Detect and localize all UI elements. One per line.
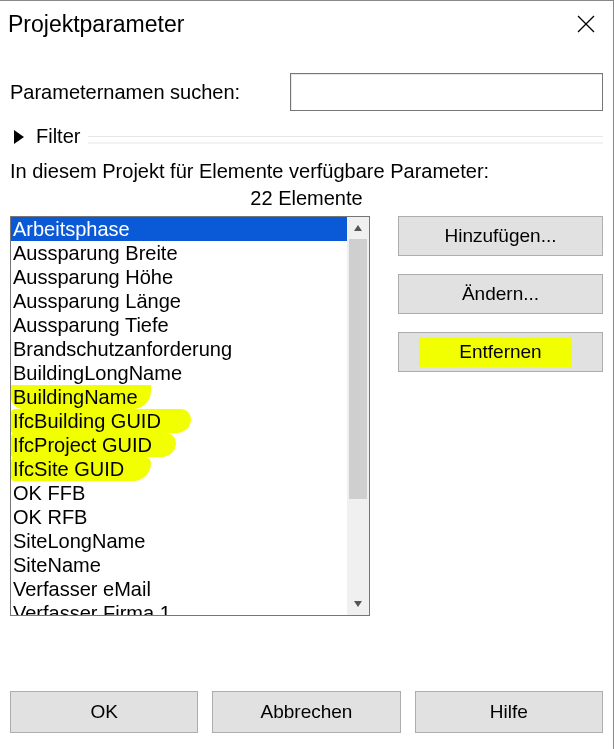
disclosure-triangle-icon xyxy=(14,130,24,144)
list-item[interactable]: OK FFB xyxy=(11,481,347,505)
close-button[interactable] xyxy=(571,9,601,39)
edit-button[interactable]: Ändern... xyxy=(398,274,603,314)
edit-button-label: Ändern... xyxy=(462,283,539,304)
list-item[interactable]: IfcProject GUID xyxy=(11,433,347,457)
remove-button[interactable]: Entfernen xyxy=(398,332,603,372)
ok-button-label: OK xyxy=(90,701,117,722)
list-item-label: BuildingLongName xyxy=(13,362,182,384)
close-icon xyxy=(577,15,595,33)
remove-button-label: Entfernen xyxy=(459,341,541,362)
list-item-label: IfcProject GUID xyxy=(13,434,152,456)
list-item[interactable]: Aussparung Tiefe xyxy=(11,313,347,337)
scroll-down-button[interactable] xyxy=(347,593,369,615)
list-item-label: Arbeitsphase xyxy=(13,218,130,240)
cancel-button-label: Abbrechen xyxy=(261,701,353,722)
svg-marker-3 xyxy=(354,601,362,607)
list-item-label: Brandschutzanforderung xyxy=(13,338,232,360)
help-button-label: Hilfe xyxy=(490,701,528,722)
list-item-label: Aussparung Tiefe xyxy=(13,314,169,336)
scroll-up-button[interactable] xyxy=(347,217,369,239)
parameter-listbox[interactable]: ArbeitsphaseAussparung BreiteAussparung … xyxy=(10,216,370,616)
available-parameters-label: In diesem Projekt für Elemente verfügbar… xyxy=(10,160,603,183)
ok-button[interactable]: OK xyxy=(10,691,198,733)
cancel-button[interactable]: Abbrechen xyxy=(212,691,400,733)
list-item-label: SiteLongName xyxy=(13,530,145,552)
help-button[interactable]: Hilfe xyxy=(415,691,603,733)
list-item-label: OK FFB xyxy=(13,482,85,504)
list-item-label: IfcBuilding GUID xyxy=(13,410,161,432)
list-item-label: Verfasser Firma 1 xyxy=(13,602,171,615)
scrollbar-thumb[interactable] xyxy=(349,239,367,499)
filter-section[interactable]: Filter xyxy=(14,125,603,148)
scrollbar[interactable] xyxy=(347,217,369,615)
list-item-label: Verfasser eMail xyxy=(13,578,151,600)
element-count-label: 22 Elemente xyxy=(10,187,603,210)
add-button-label: Hinzufügen... xyxy=(445,225,557,246)
list-item-label: SiteName xyxy=(13,554,101,576)
list-item-label: IfcSite GUID xyxy=(13,458,124,480)
list-item-label: OK RFB xyxy=(13,506,87,528)
scrollbar-track[interactable] xyxy=(347,239,369,593)
list-item[interactable]: Brandschutzanforderung xyxy=(11,337,347,361)
list-item[interactable]: Verfasser Firma 1 xyxy=(11,601,347,615)
list-item-label: Aussparung Länge xyxy=(13,290,181,312)
list-item[interactable]: SiteName xyxy=(11,553,347,577)
list-item[interactable]: IfcSite GUID xyxy=(11,457,347,481)
search-input[interactable] xyxy=(290,73,603,111)
list-item[interactable]: Aussparung Breite xyxy=(11,241,347,265)
list-item[interactable]: Aussparung Länge xyxy=(11,289,347,313)
chevron-down-icon xyxy=(353,599,363,609)
list-item[interactable]: SiteLongName xyxy=(11,529,347,553)
search-label: Parameternamen suchen: xyxy=(10,81,290,104)
list-item[interactable]: Aussparung Höhe xyxy=(11,265,347,289)
list-item[interactable]: BuildingLongName xyxy=(11,361,347,385)
window-title: Projektparameter xyxy=(8,11,184,38)
list-item[interactable]: Arbeitsphase xyxy=(11,217,347,241)
add-button[interactable]: Hinzufügen... xyxy=(398,216,603,256)
list-item[interactable]: OK RFB xyxy=(11,505,347,529)
list-item-label: Aussparung Höhe xyxy=(13,266,173,288)
filter-label: Filter xyxy=(36,125,80,148)
list-item[interactable]: Verfasser eMail xyxy=(11,577,347,601)
list-item[interactable]: BuildingName xyxy=(11,385,347,409)
svg-marker-2 xyxy=(354,225,362,231)
list-item-label: BuildingName xyxy=(13,386,138,408)
list-item[interactable]: IfcBuilding GUID xyxy=(11,409,347,433)
list-item-label: Aussparung Breite xyxy=(13,242,178,264)
chevron-up-icon xyxy=(353,223,363,233)
filter-divider xyxy=(88,136,603,144)
